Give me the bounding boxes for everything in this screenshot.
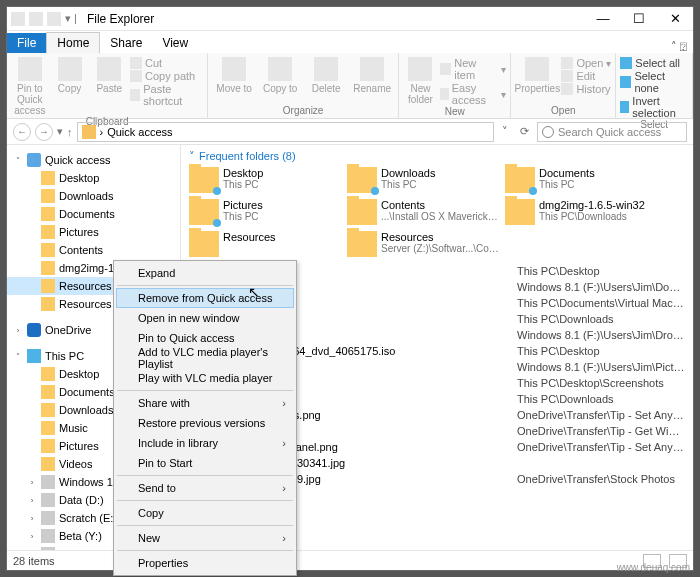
menu-copy[interactable]: Copy	[116, 503, 294, 523]
folder-icon	[41, 279, 55, 293]
watermark: www.deuaq.com	[617, 562, 690, 573]
menu-pin-quick-access[interactable]: Pin to Quick access	[116, 328, 294, 348]
copy-button[interactable]: Copy	[51, 55, 89, 94]
history-button[interactable]: History	[561, 83, 611, 95]
easy-access-button[interactable]: Easy access ▾	[440, 82, 507, 106]
context-menu: Expand Remove from Quick access Open in …	[113, 260, 297, 576]
forward-button[interactable]: →	[35, 123, 53, 141]
ribbon-collapse-icon[interactable]: ˄ ⍰	[671, 40, 693, 53]
menu-include-library[interactable]: Include in library	[116, 433, 294, 453]
drive-icon	[41, 529, 55, 543]
folder-card[interactable]: DesktopThis PC	[189, 167, 347, 193]
open-button[interactable]: Open ▾	[561, 57, 611, 69]
drive-icon	[41, 475, 55, 489]
menu-new[interactable]: New	[116, 528, 294, 548]
menu-restore[interactable]: Restore previous versions	[116, 413, 294, 433]
copy-to-button[interactable]: Copy to	[258, 55, 302, 94]
maximize-button[interactable]: ☐	[621, 7, 657, 31]
folder-card[interactable]: dmg2img-1.6.5-win32This PC\Downloads	[505, 199, 663, 225]
nav-item[interactable]: Desktop	[7, 169, 180, 187]
folder-icon	[41, 367, 55, 381]
status-item-count: 28 items	[13, 555, 55, 567]
folder-card[interactable]: DownloadsThis PC	[347, 167, 505, 193]
edit-button[interactable]: Edit	[561, 70, 611, 82]
new-item-button[interactable]: New item ▾	[440, 57, 507, 81]
paste-button[interactable]: Paste	[90, 55, 128, 94]
menu-open-new-window[interactable]: Open in new window	[116, 308, 294, 328]
nav-item[interactable]: Contents	[7, 241, 180, 259]
breadcrumb[interactable]: › Quick access	[77, 122, 495, 142]
tab-share[interactable]: Share	[100, 33, 152, 53]
back-button[interactable]: ←	[13, 123, 31, 141]
invert-selection-button[interactable]: Invert selection	[620, 95, 688, 119]
menu-pin-start[interactable]: Pin to Start	[116, 453, 294, 473]
folder-icon	[41, 439, 55, 453]
folder-icon	[41, 225, 55, 239]
select-all-button[interactable]: Select all	[620, 57, 688, 69]
status-bar: 28 items	[7, 550, 693, 570]
tab-home[interactable]: Home	[46, 32, 100, 53]
qat-props-icon[interactable]	[29, 12, 43, 26]
select-none-button[interactable]: Select none	[620, 70, 688, 94]
menu-expand[interactable]: Expand	[116, 263, 294, 283]
drive-icon	[41, 493, 55, 507]
folder-card[interactable]: ResourcesServer (Z:)\Softwar...\Contents	[347, 231, 505, 257]
delete-button[interactable]: Delete	[304, 55, 348, 94]
rename-button[interactable]: Rename	[350, 55, 394, 94]
nav-item[interactable]: Documents	[7, 205, 180, 223]
ribbon-tabs: File Home Share View ˄ ⍰	[7, 31, 693, 53]
menu-vlc-add[interactable]: Add to VLC media player's Playlist	[116, 348, 294, 368]
nav-item[interactable]: Downloads	[7, 187, 180, 205]
folder-icon	[189, 231, 219, 257]
menu-send-to[interactable]: Send to	[116, 478, 294, 498]
menu-vlc-play[interactable]: Play with VLC media player	[116, 368, 294, 388]
nav-item[interactable]: Pictures	[7, 223, 180, 241]
folder-card[interactable]: Resources	[189, 231, 347, 257]
cut-button[interactable]: Cut	[130, 57, 203, 69]
folder-card[interactable]: DocumentsThis PC	[505, 167, 663, 193]
folder-icon	[189, 167, 219, 193]
new-folder-button[interactable]: New folder	[403, 55, 438, 105]
folder-icon	[41, 207, 55, 221]
titlebar: ▾ | File Explorer — ☐ ✕	[7, 7, 693, 31]
frequent-folders-header[interactable]: ˅Frequent folders (8)	[181, 145, 693, 167]
folder-card[interactable]: Contents...\Install OS X Mavericks.app	[347, 199, 505, 225]
menu-share-with[interactable]: Share with	[116, 393, 294, 413]
folder-icon	[347, 167, 377, 193]
cursor-icon: ↖	[248, 284, 260, 300]
close-button[interactable]: ✕	[657, 7, 693, 31]
cloud-icon	[27, 323, 41, 337]
search-icon	[542, 126, 554, 138]
refresh-button[interactable]: ⟳	[516, 125, 533, 138]
properties-button[interactable]: Properties	[515, 55, 559, 94]
recent-locations-button[interactable]: ▾	[57, 125, 63, 138]
menu-remove-quick-access[interactable]: Remove from Quick access	[116, 288, 294, 308]
tab-view[interactable]: View	[152, 33, 198, 53]
breadcrumb-item[interactable]: Quick access	[107, 126, 172, 138]
window-title: File Explorer	[81, 12, 585, 26]
pin-quick-access-button[interactable]: Pin to Quick access	[11, 55, 49, 116]
nav-quick-access[interactable]: ˅Quick access	[7, 151, 180, 169]
tab-file[interactable]: File	[7, 33, 46, 53]
menu-properties[interactable]: Properties	[116, 553, 294, 573]
qat-newfolder-icon[interactable]	[47, 12, 61, 26]
folder-card[interactable]: PicturesThis PC	[189, 199, 347, 225]
paste-shortcut-button[interactable]: Paste shortcut	[130, 83, 203, 107]
folder-icon	[41, 243, 55, 257]
search-input[interactable]: Search Quick access	[537, 122, 687, 142]
minimize-button[interactable]: —	[585, 7, 621, 31]
folder-icon	[41, 171, 55, 185]
star-icon	[82, 125, 96, 139]
qat: ▾ |	[7, 12, 81, 26]
up-button[interactable]: ↑	[67, 126, 73, 138]
group-label: Open	[515, 105, 611, 116]
move-to-button[interactable]: Move to	[212, 55, 256, 94]
folder-icon	[41, 261, 55, 275]
qat-dropdown-icon[interactable]: ▾ |	[65, 12, 77, 26]
group-label: New	[403, 106, 506, 117]
crumb-dropdown-icon[interactable]: ˅	[498, 125, 512, 138]
folder-icon	[41, 403, 55, 417]
copy-path-button[interactable]: Copy path	[130, 70, 203, 82]
folder-icon	[41, 189, 55, 203]
folder-icon	[41, 421, 55, 435]
